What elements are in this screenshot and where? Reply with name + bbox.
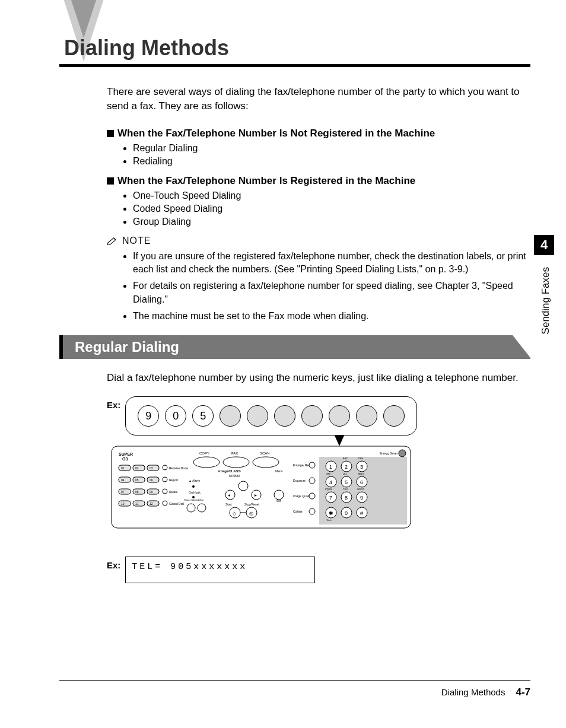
svg-rect-9 [147,477,159,482]
g3-label: G3 [122,457,128,461]
svg-text:JKL: JKL [343,472,348,475]
svg-text:Exposure: Exposure [293,479,306,482]
svg-text:COPY: COPY [199,452,209,455]
svg-text:6: 6 [360,479,363,485]
svg-text:MNO: MNO [358,472,364,475]
page-title: Dialing Methods [59,36,530,61]
section-heading-2: When the Fax/Telephone Number Is Registe… [107,175,530,187]
svg-text:9: 9 [360,495,363,501]
svg-text:08: 08 [135,490,139,494]
note-list: If you are unsure of the registered fax/… [125,250,530,323]
key-blank [274,405,295,427]
svg-rect-12 [147,489,159,494]
note-item: For details on registering a fax/telepho… [133,279,530,306]
svg-rect-8 [133,477,145,482]
intro-text: There are several ways of dialing the fa… [107,85,530,113]
svg-text:✱: ✱ [329,510,333,516]
svg-text:WXYZ: WXYZ [357,488,364,491]
svg-text:Energy Saver: Energy Saver [380,452,398,455]
example-lcd: Ex: TEL= 905xxxxxxx [107,557,530,583]
svg-text:Clear: Clear [198,498,204,501]
svg-text:8: 8 [345,495,348,501]
svg-point-50 [198,504,206,512]
svg-point-73 [309,493,315,499]
svg-point-75 [309,508,315,514]
page-footer: Dialing Methods 4-7 [441,686,530,698]
svg-text:12: 12 [150,502,153,506]
title-underline [59,64,530,67]
svg-text:Start: Start [225,503,232,506]
svg-text:Menu: Menu [275,469,283,473]
lcd-display: TEL= 905xxxxxxx [125,557,315,583]
svg-text:Receive
Mode: Receive Mode [169,466,188,470]
svg-rect-11 [133,489,145,494]
key-blank [301,405,323,427]
svg-text:10: 10 [121,502,125,506]
svg-text:Tone: Tone [326,519,332,522]
section-2-list: One-Touch Speed Dialing Coded Speed Dial… [125,190,530,227]
svg-text:02: 02 [135,466,139,470]
svg-text:07: 07 [121,490,125,494]
svg-text:◎: ◎ [249,511,253,516]
svg-text:4: 4 [329,479,332,485]
svg-text:TUV: TUV [343,488,348,491]
svg-point-58 [274,490,284,500]
square-bullet-icon [107,130,114,137]
svg-text:7: 7 [329,495,332,501]
svg-text:ABC: ABC [343,457,348,460]
svg-text:Collate: Collate [293,510,303,513]
note-item: If you are unsure of the registered fax/… [133,250,530,276]
svg-text:▲: ▲ [189,479,192,482]
key-blank [383,405,405,427]
list-item: Coded Speed Dialing [133,204,530,214]
svg-text:06: 06 [150,478,153,482]
svg-text:Alarm: Alarm [192,479,200,482]
footer-title: Dialing Methods [441,687,505,697]
svg-point-28 [163,465,167,470]
svg-text:Stop/Reset: Stop/Reset [244,503,259,506]
svg-text:Set: Set [276,499,281,503]
svg-point-32 [163,489,167,494]
svg-text:PQRS: PQRS [325,488,332,491]
svg-point-78 [399,450,406,457]
svg-text:0: 0 [345,510,348,516]
key-blank [356,405,377,427]
svg-text:Report: Report [169,478,179,482]
svg-text:03: 03 [150,466,153,470]
ex-label-2: Ex: [107,560,120,570]
svg-text:DEF: DEF [358,457,364,460]
title-block: Dialing Methods [59,36,530,67]
svg-text:04: 04 [121,478,125,482]
svg-text:09: 09 [150,490,153,494]
svg-point-34 [163,501,167,506]
svg-point-37 [223,457,249,468]
svg-text:imageCLASS: imageCLASS [218,469,241,473]
key-9: 9 [138,405,159,427]
key-5: 5 [192,405,214,427]
note-heading: NOTE [107,236,530,246]
chapter-tab: 4 [534,235,554,255]
key-blank [220,405,241,427]
svg-text:◂: ◂ [228,492,230,498]
svg-rect-6 [147,465,159,471]
svg-marker-2 [335,435,344,446]
svg-text:SCAN: SCAN [260,452,270,455]
key-0: 0 [165,405,186,427]
chapter-side-label: Sending Faxes [540,267,552,334]
svg-rect-13 [119,501,131,506]
subsection-bar: Regular Dialing [59,335,530,359]
svg-text:1: 1 [329,464,332,470]
svg-rect-7 [119,477,131,482]
svg-text:11: 11 [135,502,139,506]
pencil-note-icon [107,237,119,245]
svg-text:01: 01 [121,466,125,470]
svg-point-38 [253,457,279,468]
section-heading-1: When the Fax/Telephone Number Is Not Reg… [107,128,530,139]
list-item: Regular Dialing [133,143,530,154]
svg-point-46 [192,485,195,488]
list-item: Group Dialing [133,217,530,227]
svg-point-54 [225,490,235,500]
svg-rect-5 [133,465,145,471]
svg-text:▸: ▸ [255,492,257,498]
svg-text:◇: ◇ [233,511,237,516]
